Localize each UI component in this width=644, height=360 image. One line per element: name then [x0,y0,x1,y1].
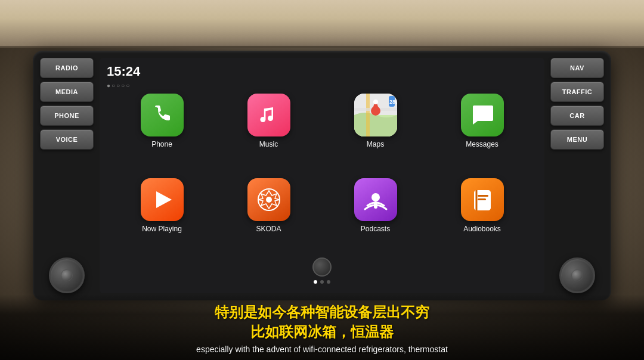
right-knob-inner [571,269,583,281]
right-button-group: NAV TRAFFIC CAR MENU [550,58,604,252]
dot-3 [327,280,330,284]
dots-indicator: ●○○○○ [107,82,140,89]
svg-rect-2 [366,94,370,136]
home-button[interactable] [312,257,332,277]
nav-button[interactable]: NAV [550,58,604,78]
subtitle-english: especially with the advent of wifi-conne… [196,345,448,354]
audiobooks-label: Audiobooks [463,225,501,233]
app-skoda[interactable]: SKODA [219,178,318,255]
voice-button[interactable]: VOICE [40,129,94,150]
status-bar: 15:24 ●○○○○ [107,65,537,94]
maps-label: Maps [367,140,384,148]
home-area [107,254,537,278]
phone-label: Phone [151,140,172,148]
subtitle-line2: 比如联网冰箱，恒温器 [215,322,429,342]
app-grid: Phone Music [107,94,537,254]
left-knob[interactable] [49,257,85,293]
right-knob-area [550,252,604,293]
skoda-icon [247,178,290,221]
left-button-group: RADIO MEDIA PHONE VOICE [40,58,94,252]
app-maps[interactable]: 280 Maps [326,94,425,170]
left-panel: RADIO MEDIA PHONE VOICE [40,58,94,293]
media-button[interactable]: MEDIA [40,82,94,102]
right-knob[interactable] [559,257,595,293]
left-knob-area [40,252,94,293]
app-phone[interactable]: Phone [113,94,211,170]
menu-button[interactable]: MENU [550,129,604,150]
dot-1 [314,280,317,284]
podcasts-label: Podcasts [361,225,390,233]
svg-rect-11 [374,201,377,209]
dot-2 [320,280,324,284]
app-nowplaying[interactable]: Now Playing [113,178,211,255]
messages-label: Messages [466,140,499,148]
left-knob-inner [61,269,73,281]
app-messages[interactable]: Messages [433,94,531,170]
phone-button[interactable]: PHONE [40,105,94,126]
traffic-button[interactable]: TRAFFIC [550,82,604,102]
svg-marker-7 [156,191,172,208]
skoda-label: SKODA [256,225,281,233]
svg-text:280: 280 [389,99,397,105]
audiobooks-icon [461,178,504,221]
svg-point-9 [266,197,272,203]
radio-button[interactable]: RADIO [40,58,94,78]
page-dots [107,278,537,286]
messages-icon [461,94,504,136]
music-icon [247,94,290,136]
time-display: 15:24 [107,65,140,78]
music-label: Music [259,140,278,148]
subtitle-line1: 特别是如今各种智能设备层出不穷 [215,302,429,322]
subtitle-chinese: 特别是如今各种智能设备层出不穷 比如联网冰箱，恒温器 [215,302,429,342]
nowplaying-label: Now Playing [142,225,182,233]
headliner [0,0,644,48]
svg-point-10 [371,193,380,201]
infotainment-screen: 15:24 ●○○○○ Phone [100,58,544,293]
nowplaying-icon [141,178,184,221]
svg-rect-13 [478,198,486,200]
infotainment-unit: RADIO MEDIA PHONE VOICE 15:24 ●○○○○ [33,51,611,300]
podcasts-icon [354,178,397,221]
app-music[interactable]: Music [219,94,318,170]
car-button[interactable]: CAR [550,105,604,126]
svg-point-6 [373,100,378,104]
carplay-interface: 15:24 ●○○○○ Phone [100,58,544,293]
maps-icon: 280 [354,94,397,136]
app-audiobooks[interactable]: Audiobooks [433,178,531,255]
phone-icon [141,94,184,136]
svg-rect-12 [478,195,488,197]
right-panel: NAV TRAFFIC CAR MENU [550,58,604,293]
subtitle-area: 特别是如今各种智能设备层出不穷 比如联网冰箱，恒温器 especially wi… [0,294,644,360]
app-podcasts[interactable]: Podcasts [326,178,425,255]
